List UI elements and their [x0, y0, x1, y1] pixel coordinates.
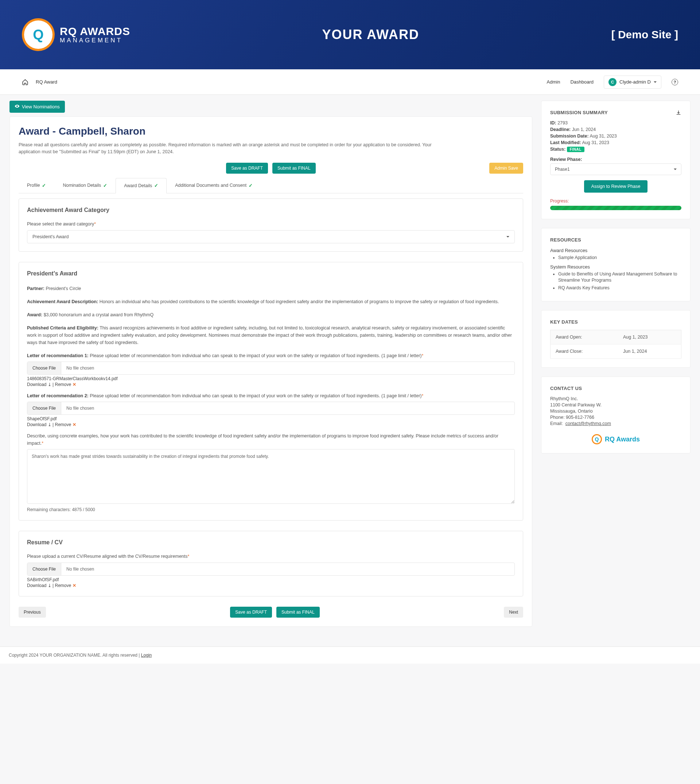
- panel-presidents-award: President's Award Partner: President's C…: [18, 262, 523, 521]
- key-dates-heading: KEY DATES: [550, 319, 682, 325]
- footer-text: Copyright 2024 YOUR ORGANIZATION NAME. A…: [9, 653, 141, 658]
- logo-disc-icon: Q: [592, 434, 602, 445]
- summary-modified: Aug 31, 2023: [582, 140, 609, 145]
- user-name: Clyde-admin D: [620, 79, 651, 85]
- logo-line2: MANAGEMENT: [60, 37, 130, 44]
- x-icon: ✕: [73, 583, 76, 588]
- file-input-resume[interactable]: Choose File No file chosen: [27, 563, 515, 576]
- criteria-value: This award recognizes achievements in fo…: [27, 326, 512, 345]
- banner: Q RQ AWARDS MANAGEMENT YOUR AWARD [ Demo…: [0, 0, 700, 69]
- contact-line: Mississauga, Ontario: [550, 409, 682, 414]
- contact-email-link[interactable]: contact@rhythmq.com: [565, 421, 611, 426]
- chevron-down-icon: [507, 236, 509, 239]
- remove-link[interactable]: Remove ✕: [55, 422, 76, 427]
- award-category-select[interactable]: President's Award: [27, 230, 515, 243]
- submit-final-button[interactable]: Submit as FINAL: [272, 163, 316, 174]
- describe-label: Describe, using concrete examples, how y…: [27, 433, 498, 446]
- rq-awards-logo: Q RQ Awards: [550, 434, 682, 445]
- breadcrumb-home[interactable]: RQ Award: [36, 79, 57, 85]
- view-nominations-button[interactable]: View Nominations: [10, 101, 65, 113]
- review-phase-select[interactable]: Phase1: [550, 164, 682, 175]
- nav-admin[interactable]: Admin: [547, 79, 560, 85]
- download-link[interactable]: Download: [27, 422, 52, 427]
- rec1-label: Letter of recommendation 1:: [27, 353, 88, 358]
- remove-link[interactable]: Remove ✕: [55, 583, 76, 588]
- check-icon: ✓: [154, 183, 158, 188]
- contact-line: 1100 Central Parkway W.: [550, 403, 682, 408]
- file-input-rec1[interactable]: Choose File No file chosen: [27, 361, 515, 374]
- save-draft-button[interactable]: Save as DRAFT: [226, 163, 268, 174]
- download-link[interactable]: Download: [27, 583, 52, 588]
- view-nominations-label: View Nominations: [22, 104, 60, 109]
- brand-logo: Q RQ AWARDS MANAGEMENT: [22, 18, 130, 51]
- chevron-down-icon: [654, 81, 657, 84]
- resource-link[interactable]: RQ Awards Key Features: [558, 285, 682, 291]
- tab-nomination-details[interactable]: Nomination Details✓: [54, 178, 115, 193]
- award-value: $3,000 honorarium and a crystal award fr…: [44, 312, 154, 318]
- char-remaining: Remaining characters: 4875 / 5000: [27, 507, 515, 512]
- page-description: Please read all questions carefully and …: [18, 142, 449, 155]
- tab-additional-docs[interactable]: Additional Documents and Consent✓: [167, 178, 261, 193]
- uploaded-file-rec1: 1486083571-GRMasterClassWorkbookv14.pdf: [27, 376, 515, 381]
- status-badge: FINAL: [567, 147, 585, 152]
- resources-card: RESOURCES Award Resources Sample Applica…: [541, 228, 690, 301]
- file-input-rec2[interactable]: Choose File No file chosen: [27, 402, 515, 415]
- contact-line: Phone: 905-812-7766: [550, 415, 682, 420]
- nav-dashboard[interactable]: Dashboard: [570, 79, 593, 85]
- logo-line1: RQ AWARDS: [60, 25, 130, 37]
- admin-save-button[interactable]: Admin Save: [489, 163, 523, 174]
- assign-review-phase-button[interactable]: Assign to Review Phase: [584, 180, 648, 192]
- uploaded-file-rec2: ShapeOfSF.pdf: [27, 416, 515, 421]
- summary-id: 2793: [557, 120, 568, 125]
- choose-file-button[interactable]: Choose File: [27, 362, 61, 374]
- tabs: Profile✓ Nomination Details✓ Award Detai…: [18, 178, 523, 193]
- footer-login-link[interactable]: Login: [141, 653, 152, 658]
- choose-file-button[interactable]: Choose File: [27, 563, 61, 575]
- download-icon[interactable]: [675, 110, 682, 115]
- avatar: C: [608, 78, 617, 86]
- topbar: RQ Award Admin Dashboard C Clyde-admin D…: [0, 69, 700, 95]
- review-phase-label: Review Phase:: [550, 157, 582, 162]
- panel-heading: Resume / CV: [27, 539, 515, 546]
- x-icon: ✕: [73, 382, 76, 387]
- logo-disc-icon: Q: [22, 18, 55, 51]
- panel-heading: Achievement Award Category: [27, 207, 515, 214]
- tab-profile[interactable]: Profile✓: [18, 178, 54, 193]
- help-icon[interactable]: ?: [672, 79, 678, 85]
- summary-submission-date: Aug 31, 2023: [590, 134, 617, 139]
- next-button[interactable]: Next: [504, 607, 523, 618]
- download-link[interactable]: Download: [27, 382, 52, 387]
- contact-email-label: Email:: [550, 421, 563, 426]
- submit-final-button-bottom[interactable]: Submit as FINAL: [277, 607, 320, 618]
- previous-button[interactable]: Previous: [18, 607, 46, 618]
- resource-link[interactable]: Guide to Benefits of Using Award Managem…: [558, 271, 682, 284]
- eye-icon: [15, 104, 20, 110]
- choose-file-button[interactable]: Choose File: [27, 402, 61, 415]
- contact-card: CONTACT US RhythmQ Inc. 1100 Central Par…: [541, 376, 690, 453]
- banner-title: YOUR AWARD: [322, 27, 419, 42]
- panel-award-category: Achievement Award Category Please select…: [18, 199, 523, 252]
- check-icon: ✓: [248, 183, 253, 188]
- save-draft-button-bottom[interactable]: Save as DRAFT: [230, 607, 272, 618]
- progress-label: Progress:: [550, 199, 682, 204]
- field-label-resume: Please upload a current CV/Resume aligne…: [27, 554, 515, 559]
- progress-bar: [550, 206, 682, 210]
- key-dates-card: KEY DATES Award Open:Aug 1, 2023 Award C…: [541, 310, 690, 368]
- user-menu[interactable]: C Clyde-admin D: [604, 75, 662, 89]
- resource-link[interactable]: Sample Application: [558, 255, 682, 261]
- page-title: Award - Campbell, Sharon: [18, 125, 523, 137]
- award-desc-label: Achievement Award Description:: [27, 299, 98, 304]
- resources-system-sub: System Resources: [550, 264, 682, 269]
- describe-textarea[interactable]: [27, 449, 515, 504]
- contact-heading: CONTACT US: [550, 386, 682, 391]
- chevron-down-icon: [674, 169, 677, 172]
- tab-award-details[interactable]: Award Details✓: [115, 178, 167, 193]
- demo-site-label: [ Demo Site ]: [612, 28, 678, 41]
- criteria-label: Published Criteria and Eligibility:: [27, 326, 98, 331]
- partner-value: President's Circle: [45, 286, 81, 291]
- home-icon[interactable]: [22, 79, 28, 85]
- award-label: Award:: [27, 312, 42, 318]
- resources-heading: RESOURCES: [550, 237, 682, 242]
- remove-link[interactable]: Remove ✕: [55, 382, 76, 387]
- rec2-label: Letter of recommendation 2:: [27, 393, 88, 398]
